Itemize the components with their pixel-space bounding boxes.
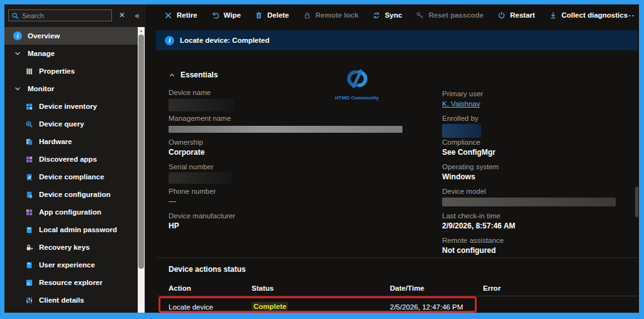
field-device-name: Device name [169, 89, 235, 111]
device-config-icon [24, 189, 34, 199]
field-remote-assistance: Remote assistance Not configured [442, 237, 504, 255]
sidebar-item-discovered-apps[interactable]: Discovered apps [4, 150, 138, 168]
logo-caption: HTMD Community [324, 95, 390, 101]
chevron-down-icon [13, 84, 23, 94]
status-badge: Complete [252, 302, 288, 311]
notification-banner: i Locate device: Completed [156, 30, 638, 50]
search-box[interactable] [8, 9, 112, 21]
device-check-icon [24, 172, 34, 182]
device-actions-status-title: Device actions status [169, 265, 246, 274]
chevron-down-icon [13, 48, 23, 59]
collect-diagnostics-button[interactable]: Collect diagnostics [542, 4, 635, 26]
essentials-toggle[interactable]: Essentials [169, 70, 218, 79]
cell-datetime: 2/5/2026, 12:47:46 PM [390, 303, 463, 311]
info-icon: i [165, 36, 174, 45]
more-actions-button[interactable]: ··· [625, 4, 635, 26]
chevron-up-icon [169, 72, 175, 79]
field-ownership: Ownership Corporate [169, 138, 204, 157]
field-compliance: Compliance See ConfigMgr [442, 138, 496, 157]
field-last-check-in: Last check-in time 2/9/2026, 8:57:46 AM [442, 212, 515, 230]
notebook-icon [24, 225, 34, 235]
sidebar-item-device-configuration[interactable]: Device configuration [4, 186, 138, 203]
sidebar-item-properties[interactable]: Properties [4, 62, 138, 80]
cell-action: Locate device [169, 303, 213, 311]
key-icon [416, 11, 424, 20]
column-header-error[interactable]: Error [483, 284, 501, 292]
column-header-datetime[interactable]: Date/Time [390, 284, 425, 292]
redacted-value [169, 99, 235, 111]
explorer-grid-icon [24, 277, 34, 288]
sidebar-scrollbar[interactable]: ▲ [138, 27, 145, 313]
redacted-value [169, 172, 231, 184]
sidebar-item-device-query[interactable]: Device query [4, 115, 138, 133]
cell-status: Complete [252, 303, 288, 310]
info-icon: i [13, 31, 23, 41]
scrollbar-up-arrow-icon[interactable]: ▲ [138, 27, 145, 34]
field-device-model: Device model [442, 187, 616, 206]
field-serial-number: Serial number [169, 163, 231, 184]
sidebar-item-user-experience[interactable]: User experience [4, 256, 138, 274]
sidebar-item-device-compliance[interactable]: Device compliance [4, 168, 138, 186]
fresh-start-button[interactable]: Fresh Start [635, 4, 639, 26]
section-divider [157, 257, 638, 258]
grid-icon [24, 101, 34, 111]
main-scrollbar-thumb[interactable] [635, 187, 638, 217]
sidebar-item-local-admin-password[interactable]: Local admin password [4, 221, 138, 238]
sidebar-collapse-button[interactable]: « [131, 9, 143, 21]
wipe-button[interactable]: Wipe [204, 4, 248, 26]
sync-icon [372, 11, 380, 20]
field-device-manufacturer: Device manufacturer HP [169, 212, 235, 230]
sidebar-item-device-inventory[interactable]: Device inventory [4, 98, 138, 115]
trash-icon [255, 11, 263, 20]
reset-passcode-button[interactable]: Reset passcode [409, 4, 491, 26]
search-clear-button[interactable]: ✕ [116, 9, 128, 21]
magnifier-icon [24, 119, 34, 129]
notebook-icon [24, 260, 34, 270]
device-actions-toolbar: Retire Wipe Delete Remote lock Sync Rese… [157, 4, 639, 26]
column-header-status[interactable]: Status [252, 284, 274, 292]
retire-button[interactable]: Retire [157, 4, 204, 26]
sidebar-item-client-details[interactable]: Client details [4, 291, 138, 309]
sidebar-item-overview[interactable]: i Overview [4, 27, 138, 45]
sidebar-item-recovery-keys[interactable]: Recovery keys [4, 238, 138, 256]
sidebar-item-app-configuration[interactable]: App configuration [4, 203, 138, 221]
download-icon [549, 11, 557, 20]
sidebar-item-resource-explorer[interactable]: Resource explorer [4, 274, 138, 291]
sidebar-item-hardware[interactable]: Hardware [4, 133, 138, 150]
sidebar-item-monitor[interactable]: Monitor [4, 80, 138, 98]
delete-button[interactable]: Delete [248, 4, 296, 26]
sync-button[interactable]: Sync [365, 4, 409, 26]
field-phone-number: Phone number --- [169, 187, 216, 206]
field-operating-system: Operating system Windows [442, 163, 499, 181]
apps-icon [24, 207, 34, 217]
redacted-value [169, 126, 402, 133]
lock-icon [303, 11, 311, 20]
search-input[interactable] [22, 12, 109, 20]
redacted-value [442, 124, 481, 138]
restart-button[interactable]: Restart [491, 4, 542, 26]
retire-x-icon [164, 11, 172, 20]
hardware-icon [24, 137, 34, 147]
sidebar-item-manage[interactable]: Manage [4, 45, 138, 62]
sidebar: ✕ « i Overview Manage Properties Monitor… [4, 4, 146, 313]
columns-icon [24, 66, 34, 76]
main-content: Retire Wipe Delete Remote lock Sync Rese… [146, 4, 639, 313]
search-icon [11, 12, 19, 20]
banner-message: Locate device: Completed [180, 36, 270, 44]
htmd-logo: HTMD Community [324, 67, 390, 101]
htmd-logo-icon [338, 67, 376, 91]
sliders-icon [24, 295, 34, 305]
undo-arrow-icon [211, 11, 219, 20]
table-header-separator [157, 296, 638, 296]
power-icon [497, 11, 506, 20]
field-primary-user: Primary user K. Vaishnav [442, 90, 483, 109]
field-enrolled-by: Enrolled by [442, 115, 481, 138]
column-header-action[interactable]: Action [169, 284, 191, 292]
intune-device-window: ✕ « i Overview Manage Properties Monitor… [4, 4, 639, 313]
remote-lock-button[interactable]: Remote lock [296, 4, 365, 26]
redacted-value [442, 198, 616, 206]
field-management-name: Management name [169, 115, 402, 133]
primary-user-link[interactable]: K. Vaishnav [442, 100, 480, 108]
lock-arrow-icon [24, 242, 34, 252]
sidebar-scrollbar-thumb[interactable] [138, 35, 144, 269]
